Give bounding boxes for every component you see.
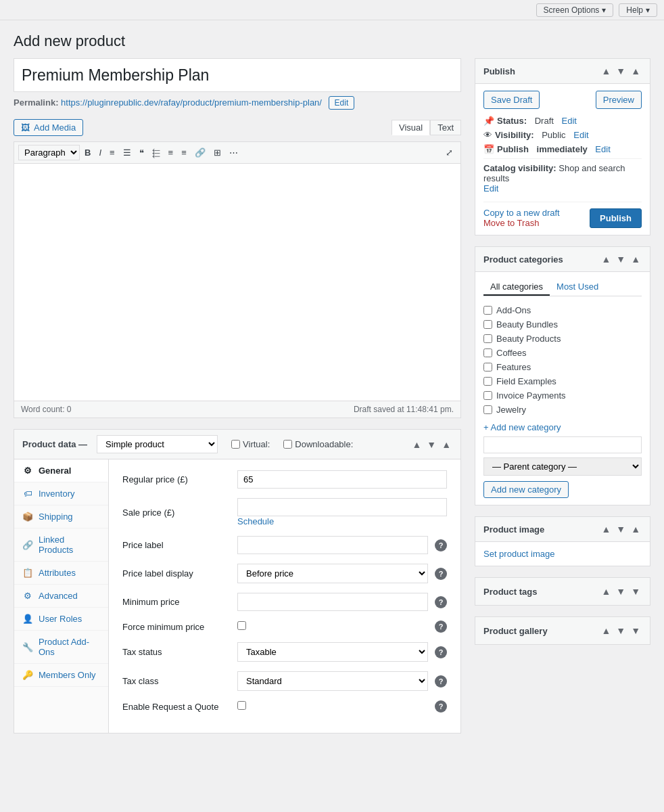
catalog-edit-link[interactable]: Edit [483, 183, 498, 194]
enable-quote-checkbox[interactable] [237, 701, 246, 710]
tab-members-only[interactable]: 🔑 Members Only [14, 664, 108, 687]
tab-inventory[interactable]: 🏷 Inventory [14, 482, 108, 505]
table-button[interactable]: ⊞ [210, 145, 224, 160]
editor-content[interactable] [14, 164, 460, 401]
product-data-down-button[interactable]: ▼ [425, 438, 437, 451]
publish-time-row: 📅 Publish immediately Edit [483, 144, 642, 154]
tags-down-button[interactable]: ▼ [615, 585, 627, 598]
text-tab[interactable]: Text [430, 120, 461, 135]
downloadable-checkbox[interactable] [283, 440, 292, 449]
list-item[interactable]: Add-Ons [483, 303, 642, 317]
tab-general[interactable]: ⚙ General [14, 459, 108, 482]
virtual-check[interactable]: Virtual: [231, 439, 270, 449]
add-media-button[interactable]: 🖼 Add Media [14, 119, 83, 136]
regular-price-input[interactable] [237, 470, 447, 489]
list-item[interactable]: Beauty Products [483, 332, 642, 346]
category-checkbox-coffees[interactable] [483, 348, 492, 357]
permalink-edit-button[interactable]: Edit [329, 96, 355, 110]
tab-linked-products[interactable]: 🔗 Linked Products [14, 528, 108, 562]
more-button[interactable]: ⋯ [226, 145, 241, 160]
image-down-button[interactable]: ▼ [615, 522, 627, 536]
tab-product-add-ons[interactable]: 🔧 Product Add-Ons [14, 631, 108, 664]
product-data-up-button[interactable]: ▲ [410, 438, 423, 451]
price-label-display-select[interactable]: Before price After price Instead of pric… [237, 564, 428, 583]
parent-category-select[interactable]: — Parent category — [483, 457, 642, 476]
link-button[interactable]: 🔗 [191, 145, 209, 160]
save-draft-button[interactable]: Save Draft [483, 91, 540, 109]
list-item[interactable]: Field Examples [483, 374, 642, 388]
category-checkbox-field-examples[interactable] [483, 377, 492, 386]
preview-button[interactable]: Preview [596, 91, 642, 109]
gallery-up-button[interactable]: ▲ [600, 624, 612, 637]
category-checkbox-beauty-bundles[interactable] [483, 320, 492, 329]
italic-button[interactable]: I [95, 145, 105, 160]
list-item[interactable]: Features [483, 360, 642, 374]
list-item[interactable]: Coffees [483, 346, 642, 360]
most-used-tab[interactable]: Most Used [550, 279, 605, 296]
tags-collapse-button[interactable]: ▼ [630, 585, 642, 598]
add-new-category-link[interactable]: + Add new category [483, 422, 642, 432]
category-checkbox-jewelry[interactable] [483, 405, 492, 414]
product-type-select[interactable]: Simple productVariable productGrouped pr… [97, 435, 218, 453]
align-right-button[interactable]: ≡ [178, 145, 190, 160]
virtual-checkbox[interactable] [231, 440, 240, 449]
publish-panel-up-button[interactable]: ▲ [600, 64, 612, 78]
categories-down-button[interactable]: ▼ [615, 252, 627, 266]
visual-tab[interactable]: Visual [392, 120, 430, 135]
sale-price-input-wrap: Schedule [237, 498, 447, 526]
gallery-down-button[interactable]: ▼ [615, 624, 627, 637]
publish-time-edit-link[interactable]: Edit [595, 144, 610, 154]
help-button[interactable]: Help ▾ [619, 3, 657, 17]
blockquote-button[interactable]: ❝ [136, 145, 147, 160]
unordered-list-button[interactable]: ≡ [106, 145, 118, 160]
all-categories-tab[interactable]: All categories [483, 279, 550, 296]
downloadable-check[interactable]: Downloadable: [283, 439, 353, 449]
categories-up-button[interactable]: ▲ [600, 252, 612, 266]
tags-up-button[interactable]: ▲ [600, 585, 612, 598]
permalink-url[interactable]: https://pluginrepublic.dev/rafay/product… [61, 97, 322, 108]
minimum-price-input[interactable] [237, 593, 428, 611]
publish-button[interactable]: Publish [590, 208, 642, 228]
fullscreen-button[interactable]: ⤢ [442, 145, 456, 160]
set-product-image-link[interactable]: Set product image [483, 549, 555, 559]
category-checkbox-invoice-payments[interactable] [483, 391, 492, 400]
status-edit-link[interactable]: Edit [561, 116, 576, 126]
move-trash-link[interactable]: Move to Trash [483, 218, 539, 228]
tax-class-select[interactable]: Standard Reduced rate Zero rate [237, 671, 428, 691]
category-checkbox-add-ons[interactable] [483, 306, 492, 315]
align-center-button[interactable]: ≡ [165, 145, 177, 160]
gallery-collapse-button[interactable]: ▼ [630, 624, 642, 637]
publish-panel-down-button[interactable]: ▼ [615, 64, 627, 78]
list-item[interactable]: Invoice Payments [483, 388, 642, 403]
publish-panel-collapse-button[interactable]: ▲ [630, 64, 642, 78]
category-checkbox-beauty-products[interactable] [483, 334, 492, 343]
image-up-button[interactable]: ▲ [600, 522, 612, 536]
categories-collapse-button[interactable]: ▲ [630, 252, 642, 266]
product-title-input[interactable] [14, 58, 461, 92]
paragraph-select[interactable]: Paragraph [18, 145, 80, 160]
visibility-edit-link[interactable]: Edit [573, 130, 588, 140]
list-item[interactable]: Jewelry [483, 403, 642, 417]
align-left-button[interactable]: ⬱ [149, 145, 164, 160]
bold-button[interactable]: B [81, 145, 94, 160]
category-checkbox-features[interactable] [483, 363, 492, 371]
list-item[interactable]: Beauty Bundles [483, 317, 642, 332]
tab-shipping[interactable]: 📦 Shipping [14, 505, 108, 528]
product-data-collapse-button[interactable]: ▲ [440, 438, 452, 451]
schedule-link[interactable]: Schedule [237, 516, 274, 526]
publish-footer-left: Copy to a new draft Move to Trash [483, 208, 560, 228]
screen-options-button[interactable]: Screen Options ▾ [536, 3, 614, 17]
new-category-input[interactable] [483, 436, 642, 453]
ordered-list-button[interactable]: ☰ [120, 145, 135, 160]
tax-status-select[interactable]: Taxable Shipping only None [237, 642, 428, 662]
sale-price-input[interactable] [237, 498, 447, 516]
tab-attributes[interactable]: 📋 Attributes [14, 562, 108, 585]
image-collapse-button[interactable]: ▲ [630, 522, 642, 536]
tab-advanced[interactable]: ⚙ Advanced [14, 585, 108, 608]
tab-user-roles[interactable]: 👤 User Roles [14, 608, 108, 631]
sale-price-row: Sale price (£) Schedule [122, 498, 447, 526]
price-label-input[interactable] [237, 536, 428, 554]
add-category-button[interactable]: Add new category [483, 481, 569, 498]
force-minimum-price-checkbox[interactable] [237, 621, 246, 630]
copy-draft-link[interactable]: Copy to a new draft [483, 208, 560, 218]
